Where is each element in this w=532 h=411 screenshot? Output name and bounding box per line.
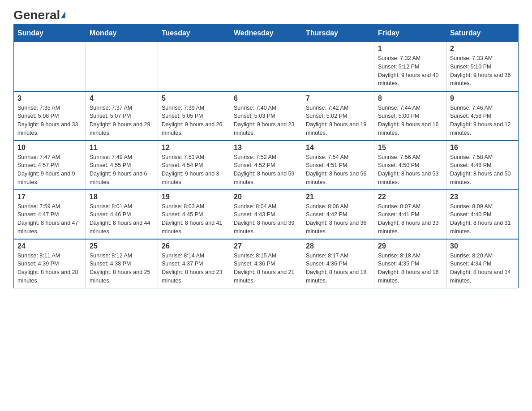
col-header-monday: Monday	[86, 25, 158, 42]
day-number: 27	[234, 242, 298, 250]
day-info: Sunrise: 8:18 AMSunset: 4:35 PMDaylight:…	[378, 252, 442, 285]
day-number: 6	[234, 94, 298, 103]
calendar-cell: 20Sunrise: 8:04 AMSunset: 4:43 PMDayligh…	[230, 190, 302, 239]
logo-text: General	[13, 9, 65, 21]
calendar-cell: 8Sunrise: 7:44 AMSunset: 5:00 PMDaylight…	[374, 91, 446, 141]
calendar-cell: 17Sunrise: 7:59 AMSunset: 4:47 PMDayligh…	[14, 190, 86, 239]
day-info: Sunrise: 7:42 AMSunset: 5:02 PMDaylight:…	[306, 104, 370, 137]
col-header-friday: Friday	[374, 25, 446, 42]
day-number: 28	[306, 242, 370, 250]
day-info: Sunrise: 8:14 AMSunset: 4:37 PMDaylight:…	[162, 252, 226, 285]
day-number: 4	[90, 94, 154, 103]
day-number: 25	[90, 242, 154, 250]
col-header-thursday: Thursday	[302, 25, 374, 42]
col-header-saturday: Saturday	[446, 25, 519, 42]
calendar-cell	[230, 42, 302, 91]
day-info: Sunrise: 7:37 AMSunset: 5:07 PMDaylight:…	[90, 104, 154, 137]
day-number: 26	[162, 242, 226, 250]
col-header-sunday: Sunday	[14, 25, 86, 42]
day-info: Sunrise: 7:47 AMSunset: 4:57 PMDaylight:…	[17, 153, 82, 187]
calendar-cell	[158, 42, 230, 91]
day-info: Sunrise: 8:15 AMSunset: 4:36 PMDaylight:…	[234, 252, 298, 285]
day-info: Sunrise: 7:33 AMSunset: 5:10 PMDaylight:…	[450, 54, 515, 88]
day-info: Sunrise: 8:11 AMSunset: 4:39 PMDaylight:…	[17, 252, 82, 285]
day-number: 21	[306, 193, 370, 201]
day-info: Sunrise: 7:58 AMSunset: 4:48 PMDaylight:…	[450, 153, 515, 187]
day-number: 16	[450, 144, 515, 152]
calendar-cell	[302, 42, 374, 91]
day-number: 2	[450, 45, 515, 53]
calendar-cell: 1Sunrise: 7:32 AMSunset: 5:12 PMDaylight…	[374, 42, 446, 91]
day-info: Sunrise: 8:06 AMSunset: 4:42 PMDaylight:…	[306, 202, 370, 236]
day-info: Sunrise: 7:46 AMSunset: 4:58 PMDaylight:…	[450, 104, 515, 137]
calendar-cell: 13Sunrise: 7:52 AMSunset: 4:52 PMDayligh…	[230, 141, 302, 190]
week-row: 24Sunrise: 8:11 AMSunset: 4:39 PMDayligh…	[14, 239, 519, 288]
day-info: Sunrise: 8:03 AMSunset: 4:45 PMDaylight:…	[162, 202, 226, 236]
day-number: 24	[17, 242, 82, 250]
day-number: 30	[450, 242, 515, 250]
day-info: Sunrise: 7:39 AMSunset: 5:05 PMDaylight:…	[162, 104, 226, 137]
calendar-cell: 7Sunrise: 7:42 AMSunset: 5:02 PMDaylight…	[302, 91, 374, 141]
day-info: Sunrise: 7:54 AMSunset: 4:51 PMDaylight:…	[306, 153, 370, 187]
calendar-cell: 4Sunrise: 7:37 AMSunset: 5:07 PMDaylight…	[86, 91, 158, 141]
day-number: 7	[306, 94, 370, 103]
calendar-cell: 15Sunrise: 7:56 AMSunset: 4:50 PMDayligh…	[374, 141, 446, 190]
day-number: 1	[378, 45, 442, 53]
day-info: Sunrise: 7:44 AMSunset: 5:00 PMDaylight:…	[378, 104, 442, 137]
day-info: Sunrise: 7:52 AMSunset: 4:52 PMDaylight:…	[234, 153, 298, 187]
day-number: 18	[90, 193, 154, 201]
calendar-cell: 3Sunrise: 7:35 AMSunset: 5:08 PMDaylight…	[14, 91, 86, 141]
day-number: 20	[234, 193, 298, 201]
calendar-cell: 16Sunrise: 7:58 AMSunset: 4:48 PMDayligh…	[446, 141, 519, 190]
calendar-cell: 6Sunrise: 7:40 AMSunset: 5:03 PMDaylight…	[230, 91, 302, 141]
day-number: 22	[378, 193, 442, 201]
calendar-cell: 26Sunrise: 8:14 AMSunset: 4:37 PMDayligh…	[158, 239, 230, 288]
day-number: 11	[90, 144, 154, 152]
page-header: General	[13, 9, 519, 20]
day-info: Sunrise: 7:59 AMSunset: 4:47 PMDaylight:…	[17, 202, 82, 236]
calendar-cell: 23Sunrise: 8:09 AMSunset: 4:40 PMDayligh…	[446, 190, 519, 239]
calendar-cell: 30Sunrise: 8:20 AMSunset: 4:34 PMDayligh…	[446, 239, 519, 288]
calendar-cell: 12Sunrise: 7:51 AMSunset: 4:54 PMDayligh…	[158, 141, 230, 190]
day-info: Sunrise: 8:12 AMSunset: 4:38 PMDaylight:…	[90, 252, 154, 285]
day-number: 15	[378, 144, 442, 152]
day-number: 19	[162, 193, 226, 201]
day-info: Sunrise: 8:09 AMSunset: 4:40 PMDaylight:…	[450, 202, 515, 236]
calendar-cell: 25Sunrise: 8:12 AMSunset: 4:38 PMDayligh…	[86, 239, 158, 288]
day-number: 5	[162, 94, 226, 103]
day-info: Sunrise: 7:40 AMSunset: 5:03 PMDaylight:…	[234, 104, 298, 137]
calendar-cell: 18Sunrise: 8:01 AMSunset: 4:46 PMDayligh…	[86, 190, 158, 239]
calendar-cell: 5Sunrise: 7:39 AMSunset: 5:05 PMDaylight…	[158, 91, 230, 141]
day-number: 3	[17, 94, 82, 103]
day-info: Sunrise: 8:20 AMSunset: 4:34 PMDaylight:…	[450, 252, 515, 285]
day-info: Sunrise: 8:01 AMSunset: 4:46 PMDaylight:…	[90, 202, 154, 236]
col-header-wednesday: Wednesday	[230, 25, 302, 42]
calendar-cell: 29Sunrise: 8:18 AMSunset: 4:35 PMDayligh…	[374, 239, 446, 288]
calendar-cell: 2Sunrise: 7:33 AMSunset: 5:10 PMDaylight…	[446, 42, 519, 91]
week-row: 10Sunrise: 7:47 AMSunset: 4:57 PMDayligh…	[14, 141, 519, 190]
day-number: 17	[17, 193, 82, 201]
day-info: Sunrise: 8:07 AMSunset: 4:41 PMDaylight:…	[378, 202, 442, 236]
calendar-cell: 9Sunrise: 7:46 AMSunset: 4:58 PMDaylight…	[446, 91, 519, 141]
calendar-table: SundayMondayTuesdayWednesdayThursdayFrid…	[13, 24, 519, 288]
day-number: 14	[306, 144, 370, 152]
calendar-cell: 28Sunrise: 8:17 AMSunset: 4:36 PMDayligh…	[302, 239, 374, 288]
calendar-cell: 21Sunrise: 8:06 AMSunset: 4:42 PMDayligh…	[302, 190, 374, 239]
week-row: 3Sunrise: 7:35 AMSunset: 5:08 PMDaylight…	[14, 91, 519, 141]
logo: General	[13, 9, 65, 20]
calendar-cell: 11Sunrise: 7:49 AMSunset: 4:55 PMDayligh…	[86, 141, 158, 190]
col-header-tuesday: Tuesday	[158, 25, 230, 42]
calendar-cell: 19Sunrise: 8:03 AMSunset: 4:45 PMDayligh…	[158, 190, 230, 239]
day-number: 10	[17, 144, 82, 152]
calendar-cell	[86, 42, 158, 91]
day-number: 29	[378, 242, 442, 250]
day-number: 8	[378, 94, 442, 103]
day-info: Sunrise: 8:17 AMSunset: 4:36 PMDaylight:…	[306, 252, 370, 285]
day-info: Sunrise: 7:51 AMSunset: 4:54 PMDaylight:…	[162, 153, 226, 187]
calendar-cell: 14Sunrise: 7:54 AMSunset: 4:51 PMDayligh…	[302, 141, 374, 190]
calendar-cell	[14, 42, 86, 91]
week-row: 17Sunrise: 7:59 AMSunset: 4:47 PMDayligh…	[14, 190, 519, 239]
calendar-cell: 22Sunrise: 8:07 AMSunset: 4:41 PMDayligh…	[374, 190, 446, 239]
day-number: 9	[450, 94, 515, 103]
calendar-cell: 27Sunrise: 8:15 AMSunset: 4:36 PMDayligh…	[230, 239, 302, 288]
